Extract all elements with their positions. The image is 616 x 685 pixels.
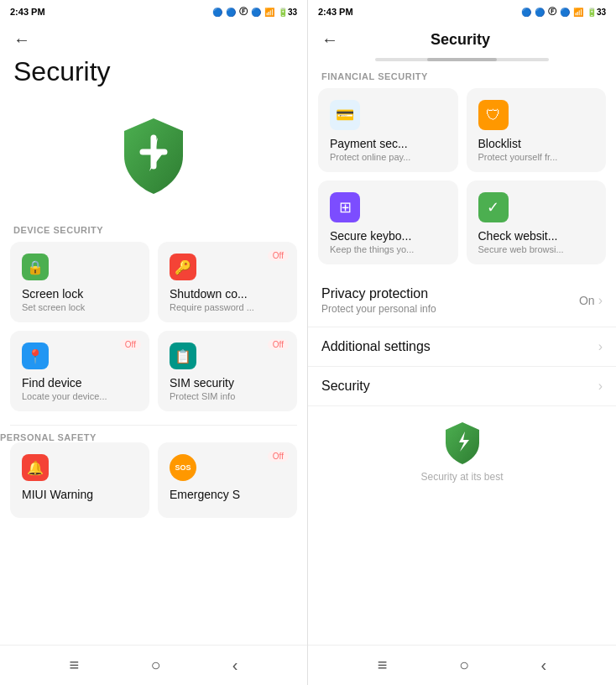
sim-security-icon: 📋 [170,342,196,369]
privacy-protection-right: On › [579,293,603,308]
blocklist-subtitle: Protect yourself fr... [478,152,595,162]
sim-security-badge: Off [268,339,289,350]
right-nav-menu[interactable]: ≡ [378,656,388,675]
left-top-bar: ← [0,24,307,53]
left-status-bar: 2:43 PM 🔵 🔵 Ⓕ 🔵 📶 🔋33 [0,0,307,24]
find-device-card[interactable]: Off 📍 Find device Locate your device... [10,331,149,411]
bottom-shield-icon [441,420,483,466]
right-nav-back[interactable]: ‹ [541,656,547,675]
sim-security-title: SIM security [170,376,285,390]
left-bottom-nav: ≡ ○ ‹ [0,645,307,685]
emergency-icon: SOS [170,454,196,481]
secure-keyboard-title: Secure keybo... [330,229,446,243]
additional-settings-chevron: › [598,339,603,354]
shutdown-title: Shutdown co... [170,287,285,301]
find-device-title: Find device [22,376,138,390]
financial-grid: 💳 Payment sec... Protect online pay... 🛡… [308,88,616,275]
right-time: 2:43 PM [318,7,353,17]
financial-security-label: FINANCIAL SECURITY [308,65,616,88]
security-shield-icon [116,114,191,198]
secure-keyboard-card[interactable]: ⊞ Secure keybo... Keep the things yo... [318,180,458,264]
privacy-chevron: › [598,293,603,308]
device-security-label: DEVICE SECURITY [0,218,307,242]
screen-lock-icon: 🔒 [22,254,49,280]
sim-security-subtitle: Protect SIM info [170,391,285,401]
payment-title: Payment sec... [330,137,446,150]
left-nav-menu[interactable]: ≡ [70,656,80,675]
secure-keyboard-subtitle: Keep the things yo... [330,244,446,254]
emergency-card[interactable]: Off SOS Emergency S [158,442,297,518]
screen-lock-title: Screen lock [22,287,138,301]
additional-settings-right: › [598,339,603,354]
security-tagline: Security at its best [420,471,503,483]
blocklist-card[interactable]: 🛡 Blocklist Protect yourself fr... [467,88,607,172]
right-bottom-nav: ≡ ○ ‹ [308,645,616,685]
check-website-title: Check websit... [478,229,595,243]
scroll-indicator [375,58,549,61]
miui-warning-title: MIUI Warning [22,488,138,501]
check-website-card[interactable]: ✓ Check websit... Secure web browsi... [467,180,607,264]
security-chevron: › [598,379,603,394]
check-website-icon: ✓ [478,192,509,222]
payment-card[interactable]: 💳 Payment sec... Protect online pay... [318,88,458,172]
sim-security-card[interactable]: Off 📋 SIM security Protect SIM info [158,331,297,411]
check-website-subtitle: Secure web browsi... [478,244,595,254]
personal-safety-grid: 🔔 MIUI Warning Off SOS Emergency S [0,442,307,528]
left-nav-home[interactable]: ○ [150,656,160,675]
shutdown-icon: 🔑 [170,254,196,280]
bottom-section: Security at its best [308,406,616,489]
blocklist-title: Blocklist [478,137,595,150]
privacy-protection-subtitle: Protect your personal info [321,303,579,315]
right-status-icons: 🔵 🔵 Ⓕ 🔵 📶 🔋33 [521,6,606,18]
security-item-right: › [598,379,603,394]
left-status-icons: 🔵 🔵 Ⓕ 🔵 📶 🔋33 [212,6,297,18]
scroll-thumb [427,58,497,61]
right-status-bar: 2:43 PM 🔵 🔵 Ⓕ 🔵 📶 🔋33 [308,0,616,24]
miui-warning-card[interactable]: 🔔 MIUI Warning [10,442,149,518]
left-nav-back[interactable]: ‹ [232,656,238,675]
screen-lock-subtitle: Set screen lock [22,302,138,312]
left-back-button[interactable]: ← [13,30,30,50]
payment-icon: 💳 [330,100,360,130]
right-panel: 2:43 PM 🔵 🔵 Ⓕ 🔵 📶 🔋33 ← Security FINANCI… [308,0,616,685]
right-nav-home[interactable]: ○ [459,656,469,675]
find-device-badge: Off [120,339,141,350]
right-back-button[interactable]: ← [321,30,338,50]
shutdown-card[interactable]: Off 🔑 Shutdown co... Require password ..… [158,242,297,322]
right-page-title: Security [338,31,582,49]
additional-settings-title: Additional settings [321,339,598,354]
privacy-protection-item[interactable]: Privacy protection Protect your personal… [308,275,616,327]
additional-settings-item[interactable]: Additional settings › [308,327,616,367]
privacy-protection-title: Privacy protection [321,286,579,301]
find-device-icon: 📍 [22,342,49,369]
blocklist-icon: 🛡 [478,100,509,130]
personal-safety-label: PERSONAL SAFETY [0,429,307,442]
emergency-badge: Off [268,451,289,462]
find-device-subtitle: Locate your device... [22,391,138,401]
left-time: 2:43 PM [10,7,45,17]
left-page-title: Security [0,53,307,97]
miui-warning-icon: 🔔 [22,454,49,481]
shield-container [0,97,307,218]
device-security-grid: 🔒 Screen lock Set screen lock Off 🔑 Shut… [0,242,307,421]
security-item-title: Security [321,379,598,394]
privacy-on-text: On [579,294,595,307]
secure-keyboard-icon: ⊞ [330,192,360,222]
shutdown-badge: Off [268,250,289,261]
shutdown-subtitle: Require password ... [170,302,285,312]
emergency-title: Emergency S [170,488,285,501]
left-panel: 2:43 PM 🔵 🔵 Ⓕ 🔵 📶 🔋33 ← Security [0,0,308,685]
section-divider [10,425,297,426]
right-top-bar: ← Security [308,24,616,53]
screen-lock-card[interactable]: 🔒 Screen lock Set screen lock [10,242,149,322]
payment-subtitle: Protect online pay... [330,152,446,162]
security-item[interactable]: Security › [308,367,616,406]
